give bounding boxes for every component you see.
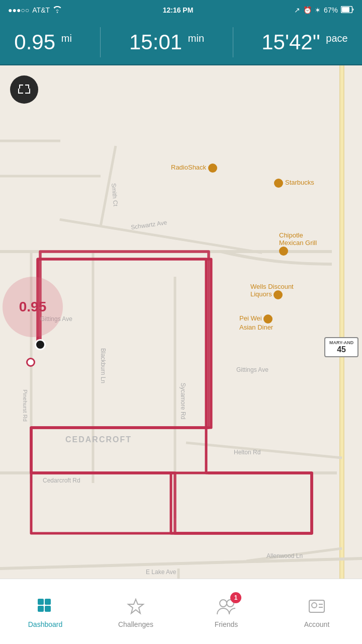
friends-label: Friends: [215, 620, 238, 628]
neighborhood-label: CEDARCROFT: [65, 435, 132, 444]
nav-item-challenges[interactable]: Challenges: [96, 595, 176, 628]
battery-icon: [341, 6, 354, 15]
poi-starbucks: Starbucks: [274, 179, 314, 188]
poi-wells: Wells DiscountLiquors: [250, 283, 294, 299]
challenges-icon-wrap: [125, 595, 147, 617]
label-pinehurst-rd: Pinehurst Rd: [22, 389, 28, 422]
svg-line-11: [0, 558, 362, 569]
stat-divider-1: [100, 27, 101, 57]
distance-stat: 0.95 mi: [14, 32, 72, 53]
friends-badge: 1: [230, 592, 241, 603]
svg-rect-17: [38, 599, 44, 605]
status-right: ↗ ⏰ ✶ 67%: [294, 6, 354, 15]
label-sycamore-rd: Sycamore Rd: [179, 383, 187, 420]
status-time: 12:16 PM: [163, 6, 194, 14]
account-label: Account: [304, 620, 330, 628]
battery-label: 67%: [324, 6, 338, 14]
label-helton-rd: Helton Rd: [234, 449, 260, 456]
svg-rect-20: [45, 606, 51, 612]
map-area: Smith Ct Schwartz Ave Gittings Ave Gitti…: [0, 65, 362, 579]
challenges-icon: [126, 596, 146, 616]
poi-peiwei: Pei Wei Asian Diner: [239, 314, 273, 331]
milestone-value: 0.95: [19, 299, 47, 315]
svg-rect-18: [45, 599, 51, 605]
label-blackburn-ln: Blackburn Ln: [100, 348, 107, 383]
pace-stat: 15'42" pace: [261, 32, 347, 53]
alarm-icon: ⏰: [303, 6, 312, 14]
label-allenwood-ln: Allenwood Ln: [266, 552, 303, 559]
bluetooth-icon: ✶: [315, 6, 321, 14]
duration-value: 15:01 min: [129, 32, 204, 53]
svg-line-10: [186, 443, 342, 458]
svg-point-25: [312, 603, 317, 608]
current-position-dot: [35, 339, 46, 350]
account-icon: [307, 596, 327, 616]
dashboard-icon-wrap: [34, 595, 56, 617]
dashboard-icon: [35, 596, 55, 616]
svg-line-5: [60, 212, 262, 260]
svg-rect-1: [342, 7, 349, 12]
highway-badge: MARY-AND 45: [324, 337, 358, 357]
svg-line-12: [246, 548, 342, 561]
nav-item-dashboard[interactable]: Dashboard: [5, 595, 85, 628]
svg-rect-19: [38, 606, 44, 612]
milestone-bubble: 0.95: [3, 277, 63, 337]
wifi-icon: [53, 6, 62, 15]
label-e-lake-ave: E Lake Ave: [146, 569, 176, 576]
pace-value: 15'42" pace: [261, 32, 347, 53]
poi-radioshack: RadioShack: [171, 164, 217, 173]
nav-item-friends[interactable]: 1 Friends: [186, 595, 266, 628]
bottom-nav: Dashboard Challenges 1 Friends: [0, 579, 362, 644]
account-icon-wrap: [306, 595, 328, 617]
poi-chipotle: ChipotleMexican Grill: [279, 231, 317, 256]
status-left: ●●●○○ AT&T: [8, 6, 62, 15]
start-position-dot: [26, 358, 35, 367]
stats-bar: 0.95 mi 15:01 min 15'42" pace: [0, 20, 362, 65]
location-icon: ↗: [294, 6, 300, 14]
nav-item-account[interactable]: Account: [277, 595, 357, 628]
carrier-label: AT&T: [32, 6, 50, 14]
duration-stat: 15:01 min: [129, 32, 204, 53]
challenges-label: Challenges: [118, 620, 153, 628]
svg-marker-21: [128, 599, 143, 613]
signal-dots: ●●●○○: [8, 6, 29, 14]
label-cedarcroft-rd: Cedarcroft Rd: [43, 477, 80, 484]
status-bar: ●●●○○ AT&T 12:16 PM ↗ ⏰ ✶ 67%: [0, 0, 362, 20]
label-gittings-ave-right: Gittings Ave: [236, 366, 268, 373]
expand-button[interactable]: [10, 75, 38, 104]
friends-icon-wrap: 1: [215, 595, 237, 617]
svg-point-22: [220, 600, 227, 607]
label-smith-ct: Smith Ct: [110, 183, 119, 206]
stat-divider-2: [233, 27, 233, 57]
label-schwartz-ave: Schwartz Ave: [130, 219, 167, 231]
distance-value: 0.95 mi: [14, 32, 72, 53]
dashboard-label: Dashboard: [28, 620, 63, 628]
svg-line-6: [101, 146, 116, 226]
